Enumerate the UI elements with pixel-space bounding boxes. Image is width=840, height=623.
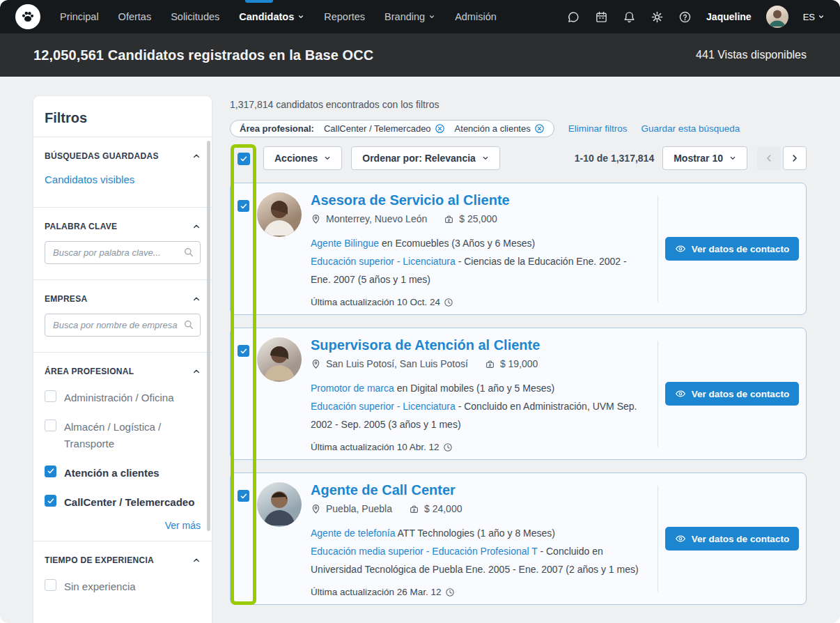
company-header[interactable]: EMPRESA <box>45 294 201 304</box>
candidate-salary: $ 24,000 <box>424 503 462 514</box>
notifications-icon[interactable] <box>623 10 636 24</box>
candidate-salary: $ 25,000 <box>459 213 497 224</box>
active-tab-indicator <box>245 0 273 3</box>
chevron-down-icon <box>482 155 489 162</box>
show-per-page-button[interactable]: Mostrar 10 <box>662 146 747 170</box>
button-label: Acciones <box>274 153 318 164</box>
nav-item-admision[interactable]: Admisión <box>455 11 497 22</box>
company-search-input[interactable] <box>45 314 201 337</box>
candidate-title-link[interactable]: Agente de Call Center <box>311 482 456 498</box>
section-label: TIEMPO DE EXPERIENCIA <box>45 555 154 565</box>
remove-filter-icon[interactable] <box>534 123 545 134</box>
sidebar-scrollbar[interactable] <box>207 141 210 531</box>
experience-header[interactable]: TIEMPO DE EXPERIENCIA <box>45 555 201 565</box>
sort-button[interactable]: Ordenar por: Relevancia <box>351 146 500 170</box>
education-link[interactable]: Educación superior - Licenciatura <box>311 401 456 412</box>
filter-option-atencion-clientes[interactable]: Atención a clientes <box>45 465 201 481</box>
checkbox-unchecked-icon[interactable] <box>45 390 56 402</box>
see-more-link[interactable]: Ver más <box>45 520 201 531</box>
section-label: ÁREA PROFESIONAL <box>45 367 134 376</box>
checkbox-checked-icon[interactable] <box>45 466 56 477</box>
candidate-avatar <box>257 337 302 382</box>
section-label: BÚSQUEDAS GUARDADAS <box>45 151 159 161</box>
nav-item-principal[interactable]: Principal <box>60 11 99 22</box>
candidate-location: Monterrey, Nuevo León <box>326 213 427 224</box>
last-updated-text: Última actualización 26 Mar. 12 <box>311 587 442 597</box>
chevron-right-icon <box>790 153 800 163</box>
actions-button[interactable]: Acciones <box>263 146 342 170</box>
candidate-avatar <box>257 192 302 237</box>
chip-group-label: Área profesional: <box>240 123 314 134</box>
settings-icon[interactable] <box>651 10 664 24</box>
last-job-link[interactable]: Promotor de marca <box>311 383 394 394</box>
search-icon <box>183 319 194 330</box>
search-icon <box>183 247 194 258</box>
chat-icon[interactable] <box>567 10 580 24</box>
nav-item-solicitudes[interactable]: Solicitudes <box>171 11 219 22</box>
calendar-icon[interactable] <box>595 10 608 24</box>
occ-logo[interactable] <box>15 4 40 29</box>
app-window: Principal Ofertas Solicitudes Candidatos… <box>0 0 840 623</box>
candidate-card: Supervisora de Atención al Cliente San L… <box>230 328 807 460</box>
filter-option-callcenter[interactable]: CallCenter / Telemercadeo <box>45 494 201 510</box>
candidate-card: Asesora de Servicio al Cliente Monterrey… <box>230 183 807 315</box>
check-icon <box>240 492 248 500</box>
keyword-header[interactable]: PALABRA CLAVE <box>45 222 201 231</box>
nav-item-ofertas[interactable]: Ofertas <box>118 11 152 22</box>
view-contact-button[interactable]: Ver datos de contacto <box>665 527 799 551</box>
last-job-link[interactable]: Agente de telefonía <box>311 528 395 539</box>
avatar-image <box>257 192 302 237</box>
button-label: Ordenar por: Relevancia <box>362 153 476 164</box>
views-available: 441 Vistas disponibles <box>696 49 807 61</box>
checkbox-checked-icon[interactable] <box>45 495 56 507</box>
candidate-title-link[interactable]: Supervisora de Atención al Cliente <box>311 337 540 353</box>
education-link[interactable]: Educación media superior - Educación Pro… <box>311 546 538 557</box>
last-updated-text: Última actualización 10 Abr. 12 <box>311 442 440 452</box>
nav-item-branding[interactable]: Branding <box>384 11 435 22</box>
clear-filters-link[interactable]: Eliminar filtros <box>568 123 628 134</box>
nav-item-candidatos[interactable]: Candidatos <box>239 11 304 22</box>
save-search-link[interactable]: Guardar esta búsqueda <box>641 123 740 134</box>
filter-option-label: Sin experiencia <box>64 578 136 594</box>
select-all-checkbox[interactable] <box>238 153 250 165</box>
nav-item-reportes[interactable]: Reportes <box>324 11 365 22</box>
language-code: ES <box>803 12 815 22</box>
candidate-card: Agente de Call Center Puebla, Puebla $ 2… <box>230 472 807 605</box>
candidate-checkbox[interactable] <box>238 490 249 502</box>
filter-option-almacen[interactable]: Almacén / Logística / Transporte <box>45 419 201 452</box>
nav-label: Admisión <box>455 11 497 22</box>
checkbox-unchecked-icon[interactable] <box>45 579 56 591</box>
section-professional-area: ÁREA PROFESIONAL Administración / Oficin… <box>33 353 212 541</box>
user-avatar[interactable] <box>766 6 788 28</box>
section-label: EMPRESA <box>45 294 87 304</box>
active-filters-row: Área profesional: CallCenter / Telemerca… <box>230 120 807 137</box>
results-area: 1,317,814 candidatos encontrados con los… <box>230 99 807 605</box>
filter-option-sin-experiencia[interactable]: Sin experiencia <box>45 578 201 594</box>
last-job-link[interactable]: Agente Bilingue <box>311 238 379 249</box>
check-icon <box>240 347 248 355</box>
next-page-button[interactable] <box>783 146 807 170</box>
professional-area-header[interactable]: ÁREA PROFESIONAL <box>45 367 201 376</box>
candidate-title-link[interactable]: Asesora de Servicio al Cliente <box>311 192 510 208</box>
candidate-location: San Luis Potosí, San Luis Potosí <box>326 358 468 369</box>
paw-icon <box>20 9 36 24</box>
keyword-search-input[interactable] <box>45 241 201 264</box>
saved-searches-header[interactable]: BÚSQUEDAS GUARDADAS <box>45 151 201 161</box>
user-name[interactable]: Jaqueline <box>706 11 752 22</box>
language-selector[interactable]: ES <box>803 12 825 22</box>
candidate-checkbox[interactable] <box>238 345 249 357</box>
help-icon[interactable] <box>678 10 692 24</box>
candidate-checkbox[interactable] <box>238 200 249 212</box>
results-summary: 1,317,814 candidatos encontrados con los… <box>230 99 807 110</box>
view-contact-button[interactable]: Ver datos de contacto <box>665 237 799 261</box>
filter-option-administracion[interactable]: Administración / Oficina <box>45 390 201 406</box>
chip-label: Atención a clientes <box>455 123 531 134</box>
saved-search-link[interactable]: Candidatos visibles <box>45 174 134 185</box>
view-contact-button[interactable]: Ver datos de contacto <box>665 382 799 406</box>
remove-filter-icon[interactable] <box>435 123 445 134</box>
eye-icon <box>675 243 686 254</box>
education-link[interactable]: Educación superior - Licenciatura <box>311 256 456 267</box>
nav-label: Ofertas <box>118 11 152 22</box>
checkbox-unchecked-icon[interactable] <box>45 420 56 431</box>
nav-label: Candidatos <box>239 11 294 22</box>
